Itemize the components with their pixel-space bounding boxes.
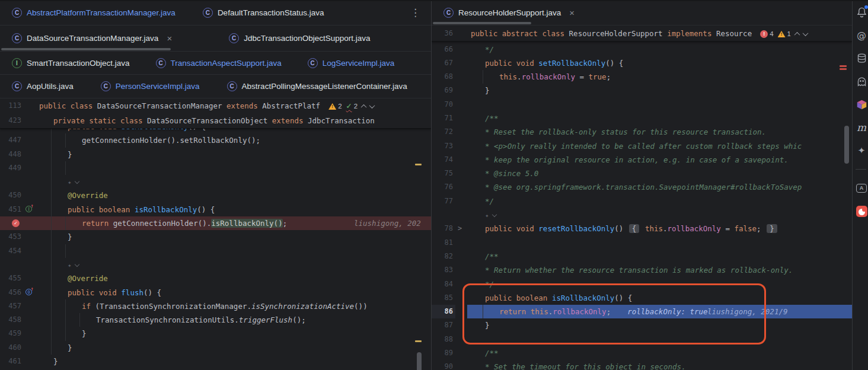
code-line-460[interactable]: 460} <box>0 341 431 355</box>
right-editor-scrollbar-thumb[interactable] <box>844 126 849 164</box>
line-number-71[interactable]: 71 <box>432 111 455 125</box>
code-line-87[interactable]: 87} <box>432 318 852 332</box>
code-line-458[interactable]: 458TransactionSynchronizationUtils.trigg… <box>0 313 431 327</box>
left-editor-scrollbar-thumb[interactable] <box>417 352 422 370</box>
line-number-113[interactable]: 113 <box>0 98 24 113</box>
code-line-89[interactable]: 89/** <box>432 346 852 360</box>
toolbar-maven-icon[interactable]: m <box>856 122 867 133</box>
line-number-76[interactable]: 76 <box>432 180 455 194</box>
toolbar-mail-spiral-icon[interactable]: @ <box>856 29 867 41</box>
chevron-down-icon[interactable] <box>369 103 375 109</box>
line-number-67[interactable]: 67 <box>432 56 455 70</box>
toolbar-ghost-plugin-icon[interactable] <box>856 75 867 87</box>
tabs-more-menu-icon[interactable]: ⋮ <box>410 7 420 19</box>
code-line-449[interactable]: 449 <box>0 161 431 175</box>
tab-strip-scrollbar[interactable] <box>1 48 171 50</box>
line-number-75[interactable]: 75 <box>432 167 455 180</box>
line-number-456[interactable]: 456 <box>0 286 24 299</box>
tab-abstractplatformtransactionmanager-java[interactable]: CAbstractPlatformTransactionManager.java <box>12 8 175 18</box>
line-number[interactable] <box>0 175 24 189</box>
code-line-75[interactable]: 75 * @since 5.0 <box>432 167 852 180</box>
code-line-450[interactable]: 450@Override <box>0 189 431 202</box>
tab-jdbctransactionobjectsupport-java[interactable]: CJdbcTransactionObjectSupport.java <box>229 33 370 43</box>
line-number-453[interactable]: 453 <box>0 230 24 244</box>
toolbar-translate-card-icon[interactable]: A <box>856 182 867 194</box>
line-number-86[interactable]: 86 <box>432 305 455 318</box>
line-number[interactable] <box>0 258 24 272</box>
line-number-78[interactable]: 78 <box>432 222 455 235</box>
tab-strip-scrollbar[interactable] <box>433 22 531 24</box>
badge-warning[interactable]: !1 <box>778 27 791 41</box>
line-number-74[interactable]: 74 <box>432 153 455 167</box>
line-number[interactable] <box>432 208 455 222</box>
chevron-down-icon[interactable] <box>492 212 496 217</box>
line-number-85[interactable]: 85 <box>432 291 455 305</box>
badge-chev-up[interactable] <box>795 32 799 36</box>
overrides-method-icon[interactable]: O↑ <box>25 289 32 295</box>
code-line[interactable]: ✓return getConnectionHolder().isRollback… <box>0 216 431 230</box>
code-line-83[interactable]: 83 * Return whether the resource transac… <box>432 263 852 277</box>
badge-error[interactable]: !4 <box>760 27 773 41</box>
code-line-88[interactable]: 88 <box>432 333 852 346</box>
line-number-84[interactable]: 84 <box>432 278 455 291</box>
toolbar-red-plugin-icon[interactable] <box>856 205 867 217</box>
code-line-448[interactable]: 448} <box>0 148 431 161</box>
line-number-81[interactable]: 81 <box>432 236 455 250</box>
line-number-461[interactable]: 461 <box>0 355 24 368</box>
line-number-451[interactable]: 451 <box>0 203 24 216</box>
scroll-mark-error[interactable] <box>840 68 847 70</box>
line-number-454[interactable]: 454 <box>0 244 24 258</box>
tab-smarttransactionobject-java[interactable]: ISmartTransactionObject.java <box>12 58 130 68</box>
fold-region-icon[interactable]: > <box>458 222 462 235</box>
code-line-86[interactable]: 86return this.rollbackOnly;rollbackOnly:… <box>432 305 852 318</box>
code-line-76[interactable]: 76 * @see org.springframework.transactio… <box>432 180 852 194</box>
code-line-67[interactable]: 67public void setRollbackOnly() { <box>432 56 852 70</box>
line-number-90[interactable]: 90 <box>432 360 455 370</box>
tab-defaulttransactionstatus-java[interactable]: CDefaultTransactionStatus.java <box>203 8 324 18</box>
code-line-72[interactable]: 72 * Reset the rollback-only status for … <box>432 125 852 139</box>
line-number-83[interactable]: 83 <box>432 263 455 277</box>
toolbar-notifications-bell-icon[interactable] <box>856 6 867 18</box>
code-line-36[interactable]: 36public abstract class ResourceHolderSu… <box>432 26 852 41</box>
line-number-447[interactable]: 447 <box>0 133 24 147</box>
code-line-461[interactable]: 461} <box>0 355 431 368</box>
line-number[interactable]: ✓ <box>0 216 24 230</box>
ai-inlay-icon[interactable]: ✦ <box>68 178 73 186</box>
close-tab-icon[interactable]: × <box>569 8 575 17</box>
tab-resourceholdersupport-java[interactable]: CResourceHolderSupport.java× <box>443 8 575 18</box>
line-number-423[interactable]: 423 <box>0 113 24 128</box>
code-line-455[interactable]: 455@Override <box>0 272 431 285</box>
code-line-113[interactable]: 113public class DataSourceTransactionMan… <box>0 98 431 113</box>
code-line-90[interactable]: 90 * Set the timeout for this object in … <box>432 360 852 370</box>
badge-chev-down[interactable] <box>370 104 374 109</box>
toolbar-ai-sparkle-icon[interactable]: ✦ <box>856 145 867 157</box>
line-number-88[interactable]: 88 <box>432 333 455 346</box>
badge-chev-down[interactable] <box>803 32 808 36</box>
code-line-85[interactable]: 85public boolean isRollbackOnly() { <box>432 291 852 305</box>
scroll-mark-error[interactable] <box>840 65 847 67</box>
scroll-mark-warning[interactable] <box>415 340 422 342</box>
code-line-456[interactable]: 456O↑public void flush() { <box>0 286 431 299</box>
line-number-89[interactable]: 89 <box>432 346 455 360</box>
line-number-72[interactable]: 72 <box>432 125 455 139</box>
line-number-87[interactable]: 87 <box>432 318 455 332</box>
badge-chev-up[interactable] <box>362 104 366 109</box>
chevron-up-icon[interactable] <box>361 104 367 110</box>
toolbar-package-plugin-icon[interactable] <box>856 98 867 110</box>
line-number-459[interactable]: 459 <box>0 327 24 340</box>
breakpoint-icon[interactable]: ✓ <box>12 219 20 227</box>
ai-inlay-icon[interactable]: ✦ <box>485 212 490 219</box>
line-number-77[interactable]: 77 <box>432 194 455 208</box>
line-number-70[interactable]: 70 <box>432 98 455 111</box>
code-line-453[interactable]: 453} <box>0 230 431 244</box>
ai-inlay-icon[interactable]: ✦ <box>68 261 73 269</box>
inlay-hint-row[interactable]: ✦ <box>0 258 431 272</box>
code-line-459[interactable]: 459} <box>0 327 431 340</box>
line-number-449[interactable]: 449 <box>0 161 24 175</box>
code-line-71[interactable]: 71/** <box>432 111 852 125</box>
line-number-68[interactable]: 68 <box>432 70 455 84</box>
implements-method-icon[interactable]: I↑ <box>25 206 32 212</box>
tab-logserviceimpl-java[interactable]: CLogServiceImpl.java <box>308 58 395 68</box>
chevron-up-icon[interactable] <box>794 32 800 38</box>
code-line-451[interactable]: 451I↑public boolean isRollbackOnly() { <box>0 203 431 216</box>
